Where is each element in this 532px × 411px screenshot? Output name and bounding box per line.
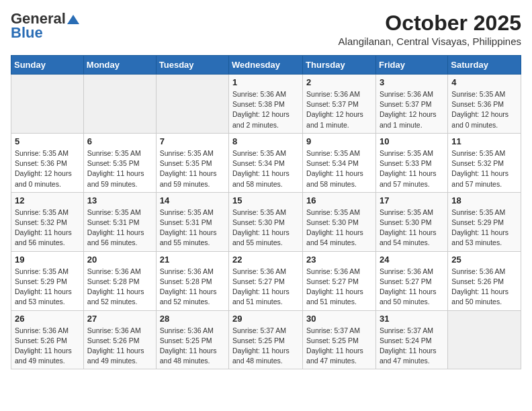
- calendar-cell: 11Sunrise: 5:35 AMSunset: 5:32 PMDayligh…: [448, 133, 521, 192]
- calendar-cell: 5Sunrise: 5:35 AMSunset: 5:36 PMDaylight…: [11, 133, 84, 192]
- calendar-week-4: 19Sunrise: 5:35 AMSunset: 5:29 PMDayligh…: [11, 251, 521, 310]
- day-info: Sunrise: 5:35 AMSunset: 5:33 PMDaylight:…: [380, 148, 444, 189]
- day-header-sunday: Sunday: [11, 56, 84, 75]
- calendar-cell: 3Sunrise: 5:36 AMSunset: 5:37 PMDaylight…: [375, 75, 447, 134]
- day-info: Sunrise: 5:35 AMSunset: 5:35 PMDaylight:…: [87, 148, 152, 189]
- calendar-cell: 26Sunrise: 5:36 AMSunset: 5:26 PMDayligh…: [11, 310, 84, 369]
- calendar-cell: [11, 75, 84, 134]
- day-number: 21: [160, 255, 225, 265]
- calendar-cell: 16Sunrise: 5:35 AMSunset: 5:30 PMDayligh…: [303, 192, 376, 251]
- day-number: 8: [232, 136, 299, 146]
- day-number: 26: [15, 314, 80, 324]
- calendar-cell: 31Sunrise: 5:37 AMSunset: 5:24 PMDayligh…: [375, 310, 447, 369]
- day-info: Sunrise: 5:36 AMSunset: 5:38 PMDaylight:…: [232, 89, 299, 130]
- calendar-cell: 22Sunrise: 5:36 AMSunset: 5:27 PMDayligh…: [229, 251, 303, 310]
- calendar-cell: 9Sunrise: 5:35 AMSunset: 5:34 PMDaylight…: [303, 133, 376, 192]
- calendar-table: SundayMondayTuesdayWednesdayThursdayFrid…: [11, 55, 521, 369]
- logo: General Blue: [11, 11, 79, 42]
- day-info: Sunrise: 5:35 AMSunset: 5:32 PMDaylight:…: [451, 148, 517, 189]
- day-number: 2: [306, 77, 372, 87]
- day-number: 18: [451, 195, 517, 205]
- day-number: 3: [380, 77, 444, 87]
- calendar-week-1: 1Sunrise: 5:36 AMSunset: 5:38 PMDaylight…: [11, 75, 521, 134]
- calendar-cell: 28Sunrise: 5:36 AMSunset: 5:25 PMDayligh…: [156, 310, 228, 369]
- day-number: 31: [380, 314, 444, 324]
- day-number: 28: [160, 314, 225, 324]
- calendar-header-row: SundayMondayTuesdayWednesdayThursdayFrid…: [11, 56, 521, 75]
- day-number: 12: [15, 195, 80, 205]
- day-number: 24: [380, 255, 444, 265]
- month-title: October 2025: [339, 11, 521, 36]
- calendar-week-3: 12Sunrise: 5:35 AMSunset: 5:32 PMDayligh…: [11, 192, 521, 251]
- calendar-cell: 10Sunrise: 5:35 AMSunset: 5:33 PMDayligh…: [375, 133, 447, 192]
- day-number: 11: [451, 136, 517, 146]
- calendar-cell: 18Sunrise: 5:35 AMSunset: 5:29 PMDayligh…: [448, 192, 521, 251]
- day-number: 23: [306, 255, 372, 265]
- calendar-cell: 25Sunrise: 5:36 AMSunset: 5:26 PMDayligh…: [448, 251, 521, 310]
- day-header-monday: Monday: [83, 56, 156, 75]
- svg-marker-0: [67, 15, 79, 24]
- day-header-friday: Friday: [375, 56, 447, 75]
- calendar-cell: 4Sunrise: 5:35 AMSunset: 5:36 PMDaylight…: [448, 75, 521, 134]
- day-info: Sunrise: 5:36 AMSunset: 5:26 PMDaylight:…: [451, 267, 517, 308]
- calendar-cell: 6Sunrise: 5:35 AMSunset: 5:35 PMDaylight…: [83, 133, 156, 192]
- calendar-cell: 30Sunrise: 5:37 AMSunset: 5:25 PMDayligh…: [303, 310, 376, 369]
- day-info: Sunrise: 5:36 AMSunset: 5:37 PMDaylight:…: [306, 89, 372, 130]
- day-number: 22: [232, 255, 299, 265]
- calendar-cell: 17Sunrise: 5:35 AMSunset: 5:30 PMDayligh…: [375, 192, 447, 251]
- logo-blue-text: Blue: [11, 24, 43, 42]
- day-header-saturday: Saturday: [448, 56, 521, 75]
- day-info: Sunrise: 5:35 AMSunset: 5:30 PMDaylight:…: [380, 208, 444, 248]
- calendar-cell: 19Sunrise: 5:35 AMSunset: 5:29 PMDayligh…: [11, 251, 84, 310]
- calendar-cell: 12Sunrise: 5:35 AMSunset: 5:32 PMDayligh…: [11, 192, 84, 251]
- calendar-cell: 8Sunrise: 5:35 AMSunset: 5:34 PMDaylight…: [229, 133, 303, 192]
- day-info: Sunrise: 5:35 AMSunset: 5:29 PMDaylight:…: [451, 208, 517, 248]
- day-number: 19: [15, 255, 80, 265]
- day-number: 30: [306, 314, 372, 324]
- day-number: 1: [232, 77, 299, 87]
- location-title: Alangilanan, Central Visayas, Philippine…: [339, 36, 521, 47]
- calendar-cell: 13Sunrise: 5:35 AMSunset: 5:31 PMDayligh…: [83, 192, 156, 251]
- day-info: Sunrise: 5:35 AMSunset: 5:35 PMDaylight:…: [160, 148, 225, 189]
- day-info: Sunrise: 5:35 AMSunset: 5:36 PMDaylight:…: [15, 148, 80, 189]
- calendar-cell: 23Sunrise: 5:36 AMSunset: 5:27 PMDayligh…: [303, 251, 376, 310]
- day-info: Sunrise: 5:35 AMSunset: 5:36 PMDaylight:…: [451, 89, 517, 130]
- day-number: 16: [306, 195, 372, 205]
- day-info: Sunrise: 5:36 AMSunset: 5:27 PMDaylight:…: [232, 267, 299, 308]
- day-number: 5: [15, 136, 80, 146]
- day-info: Sunrise: 5:36 AMSunset: 5:28 PMDaylight:…: [160, 267, 225, 308]
- calendar-cell: 21Sunrise: 5:36 AMSunset: 5:28 PMDayligh…: [156, 251, 228, 310]
- day-info: Sunrise: 5:36 AMSunset: 5:26 PMDaylight:…: [87, 326, 152, 367]
- day-info: Sunrise: 5:35 AMSunset: 5:30 PMDaylight:…: [232, 208, 299, 248]
- calendar-cell: 7Sunrise: 5:35 AMSunset: 5:35 PMDaylight…: [156, 133, 228, 192]
- calendar-cell: 29Sunrise: 5:37 AMSunset: 5:25 PMDayligh…: [229, 310, 303, 369]
- calendar-cell: [156, 75, 228, 134]
- calendar-cell: [83, 75, 156, 134]
- calendar-cell: 15Sunrise: 5:35 AMSunset: 5:30 PMDayligh…: [229, 192, 303, 251]
- day-number: 10: [380, 136, 444, 146]
- day-info: Sunrise: 5:36 AMSunset: 5:26 PMDaylight:…: [15, 326, 80, 367]
- calendar-cell: 24Sunrise: 5:36 AMSunset: 5:27 PMDayligh…: [375, 251, 447, 310]
- day-info: Sunrise: 5:37 AMSunset: 5:25 PMDaylight:…: [232, 326, 299, 367]
- day-number: 13: [87, 195, 152, 205]
- day-header-tuesday: Tuesday: [156, 56, 228, 75]
- day-info: Sunrise: 5:36 AMSunset: 5:28 PMDaylight:…: [87, 267, 152, 308]
- day-number: 25: [451, 255, 517, 265]
- day-info: Sunrise: 5:35 AMSunset: 5:34 PMDaylight:…: [232, 148, 299, 189]
- day-info: Sunrise: 5:36 AMSunset: 5:25 PMDaylight:…: [160, 326, 225, 367]
- calendar-cell: 20Sunrise: 5:36 AMSunset: 5:28 PMDayligh…: [83, 251, 156, 310]
- day-info: Sunrise: 5:36 AMSunset: 5:37 PMDaylight:…: [380, 89, 444, 130]
- page-header: General Blue October 2025 Alangilanan, C…: [11, 11, 521, 47]
- day-number: 14: [160, 195, 225, 205]
- day-info: Sunrise: 5:35 AMSunset: 5:31 PMDaylight:…: [160, 208, 225, 248]
- day-info: Sunrise: 5:35 AMSunset: 5:34 PMDaylight:…: [306, 148, 372, 189]
- calendar-cell: [448, 310, 521, 369]
- day-info: Sunrise: 5:36 AMSunset: 5:27 PMDaylight:…: [380, 267, 444, 308]
- calendar-cell: 27Sunrise: 5:36 AMSunset: 5:26 PMDayligh…: [83, 310, 156, 369]
- day-number: 15: [232, 195, 299, 205]
- day-number: 9: [306, 136, 372, 146]
- day-info: Sunrise: 5:37 AMSunset: 5:24 PMDaylight:…: [380, 326, 444, 367]
- day-number: 27: [87, 314, 152, 324]
- day-header-wednesday: Wednesday: [229, 56, 303, 75]
- day-number: 17: [380, 195, 444, 205]
